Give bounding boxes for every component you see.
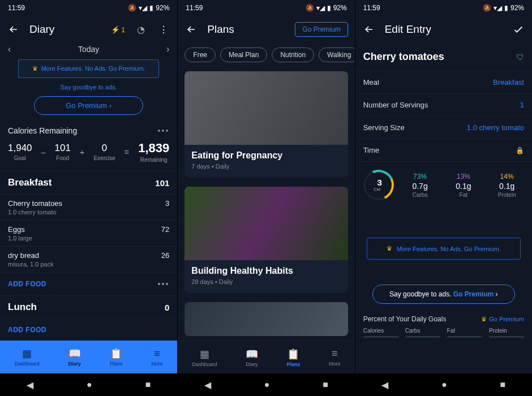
verified-icon[interactable]: 🛡 <box>516 53 524 62</box>
chip-free[interactable]: Free <box>185 48 216 62</box>
page-title: Edit Entry <box>385 23 503 36</box>
overflow-icon[interactable]: ••• <box>158 126 170 135</box>
system-nav: ◀ ● ■ <box>355 373 532 396</box>
crown-icon: ♛ <box>481 316 487 323</box>
macro-fat: 13% 0.1g Fat <box>446 173 480 198</box>
ads-subtext: Say goodbye to ads. <box>0 80 177 94</box>
pie-icon[interactable]: ◔ <box>134 23 148 36</box>
sys-home-icon[interactable]: ● <box>264 380 270 390</box>
prev-day-button[interactable]: ‹ <box>8 44 11 54</box>
sys-back-icon[interactable]: ◀ <box>27 380 33 390</box>
chip-meal-plan[interactable]: Meal Plan <box>220 48 267 62</box>
sys-recents-icon[interactable]: ■ <box>500 380 505 390</box>
premium-banner[interactable]: ♛More Features. No Ads. Go Premium. <box>18 59 159 78</box>
crown-icon: ♛ <box>387 245 392 252</box>
nav-more[interactable]: ≡More <box>329 348 341 367</box>
goal-calories: Calories <box>363 328 398 338</box>
sys-home-icon[interactable]: ● <box>87 380 92 390</box>
nav-diary[interactable]: 📖Diary <box>68 347 81 367</box>
go-premium-link[interactable]: ♛Go Premium <box>481 316 524 323</box>
bottom-nav: ▦Dashboard 📖Diary 📋Plans ≡More <box>0 341 177 373</box>
app-bar: Plans Go Premium <box>178 16 354 43</box>
page-title: Diary <box>29 23 102 36</box>
diary-icon: 📖 <box>68 347 81 360</box>
servings-row[interactable]: Number of Servings 1 <box>355 93 532 116</box>
sys-recents-icon[interactable]: ■ <box>323 380 328 390</box>
next-day-button[interactable]: › <box>166 44 169 54</box>
chip-nutrition[interactable]: Nutrition <box>272 48 314 62</box>
plan-image <box>185 187 347 260</box>
go-premium-pill[interactable]: Say goodbye to ads. Go Premium › <box>372 285 515 304</box>
system-nav: ◀ ● ■ <box>0 373 177 396</box>
nav-diary[interactable]: 📖Diary <box>246 348 258 367</box>
meal-row[interactable]: Meal Breakfast <box>355 71 532 93</box>
nav-plans[interactable]: 📋Plans <box>110 347 123 367</box>
nav-dashboard[interactable]: ▦Dashboard <box>192 348 217 367</box>
back-icon[interactable] <box>7 23 20 36</box>
meal-header-breakfast[interactable]: Breakfast 101 <box>0 171 177 194</box>
plan-image <box>185 71 347 145</box>
add-food-button[interactable]: ADD FOOD <box>0 318 177 341</box>
plan-image <box>185 302 347 336</box>
plan-card[interactable]: Building Healthy Habits 28 days • Daily <box>185 187 347 293</box>
plan-card[interactable]: Eating for Pregnancy 7 days • Daily <box>185 71 347 178</box>
chevron-right-icon: › <box>496 290 498 298</box>
app-bar: Diary ⚡1 ◔ ⋮ <box>0 16 177 43</box>
goal-fat: Fat <box>447 328 482 338</box>
more-icon: ≡ <box>154 348 160 360</box>
add-food-button[interactable]: ADD FOOD ••• <box>0 272 177 295</box>
plan-meta: 28 days • Daily <box>191 278 341 285</box>
status-bar: 11:59 🔕 ▾◢ ▮ 92% <box>178 0 354 16</box>
nav-plans[interactable]: 📋Plans <box>286 348 300 367</box>
screen-diary: 11:59 🔕 ▾◢ ▮ 92% Diary ⚡1 ◔ ⋮ ‹ Today › … <box>0 0 177 396</box>
status-icons: 🔕 ▾◢ ▮ 92% <box>306 4 347 12</box>
nav-dashboard[interactable]: ▦Dashboard <box>14 347 39 367</box>
plan-title: Eating for Pregnancy <box>191 150 341 161</box>
food-title: Cherry tomatoes <box>363 51 444 63</box>
goal-protein: Protein <box>489 328 524 338</box>
exercise-value: 0 <box>93 143 115 154</box>
sys-recents-icon[interactable]: ■ <box>145 380 151 390</box>
go-premium-button[interactable]: Go Premium <box>295 22 347 37</box>
food-row[interactable]: Cherry tomatoes1.0 cherry tomato 3 <box>0 194 177 220</box>
time-row[interactable]: Time 🔒 <box>355 139 532 161</box>
battery-icon: ▮ <box>504 4 508 12</box>
sys-home-icon[interactable]: ● <box>441 380 447 390</box>
chip-walking[interactable]: Walking <box>319 48 355 62</box>
streak-badge[interactable]: ⚡1 <box>111 23 125 36</box>
sys-back-icon[interactable]: ◀ <box>381 380 388 390</box>
crown-icon: ♛ <box>32 65 38 72</box>
food-row[interactable]: Eggs1.0 large 72 <box>0 220 177 246</box>
app-bar: Edit Entry <box>355 16 532 43</box>
remaining-value: 1,839 <box>138 141 169 156</box>
dnd-icon: 🔕 <box>306 4 314 12</box>
food-value: 101 <box>55 143 71 154</box>
bolt-icon: ⚡ <box>111 25 120 34</box>
current-date[interactable]: Today <box>78 45 99 54</box>
dashboard-icon: ▦ <box>200 348 209 360</box>
nav-more[interactable]: ≡More <box>151 348 163 367</box>
overflow-icon[interactable]: ••• <box>158 279 170 289</box>
clock: 11:59 <box>186 4 203 12</box>
calorie-ring: 3 Cal <box>359 165 398 204</box>
plan-card[interactable] <box>185 302 347 336</box>
food-row[interactable]: dry breadmisura, 1.0 pack 26 <box>0 246 177 272</box>
go-premium-button[interactable]: Go Premium › <box>34 96 143 115</box>
back-icon[interactable] <box>185 23 198 36</box>
serving-size-row[interactable]: Serving Size 1.0 cherry tomato <box>355 116 532 139</box>
premium-banner[interactable]: ♛ More Features. No Ads. Go Premium. <box>367 238 521 260</box>
confirm-icon[interactable] <box>512 23 525 36</box>
daily-goals-section: Percent of Your Daily Goals ♛Go Premium … <box>355 312 532 338</box>
filter-chips: Free Meal Plan Nutrition Walking Workout <box>178 43 354 67</box>
screen-plans: 11:59 🔕 ▾◢ ▮ 92% Plans Go Premium Free M… <box>177 0 354 396</box>
system-nav: ◀ ● ■ <box>178 373 354 396</box>
battery-icon: ▮ <box>149 4 153 12</box>
back-icon[interactable] <box>362 23 376 36</box>
sys-back-icon[interactable]: ◀ <box>204 380 211 390</box>
meal-header-lunch[interactable]: Lunch 0 <box>0 295 177 318</box>
macros-summary: 3 Cal 73% 0.7g Carbs 13% 0.1g Fat 14% 0.… <box>355 161 532 208</box>
overflow-icon[interactable]: ⋮ <box>157 23 170 36</box>
date-nav: ‹ Today › <box>0 43 177 55</box>
cal-remain-label: Calories Remaining <box>8 126 77 135</box>
chevron-right-icon: › <box>109 101 111 110</box>
